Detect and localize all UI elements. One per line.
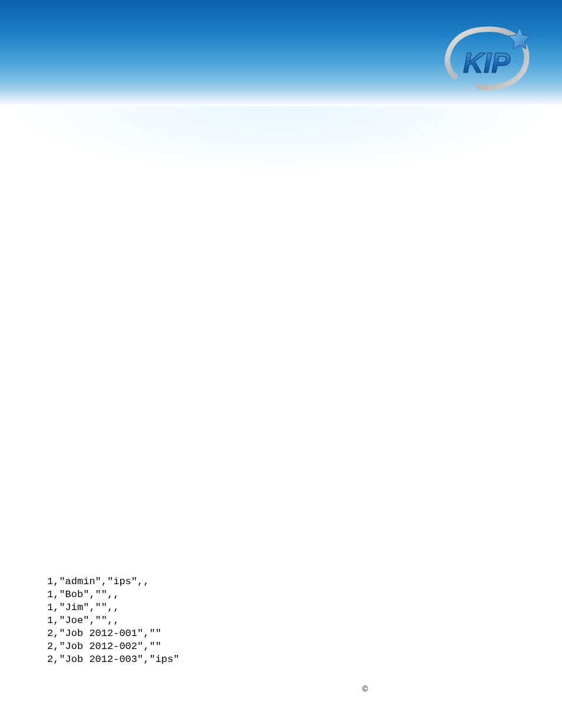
csv-data-block: 1,"admin","ips",, 1,"Bob","",, 1,"Jim","… [47,575,179,666]
svg-text:KIP: KIP [463,47,511,78]
copyright-symbol: © [362,684,368,693]
header-band: KIP [0,0,562,106]
data-line: 1,"Jim","",, [47,601,179,614]
data-line: 2,"Job 2012-002","" [47,640,179,653]
header-glow [0,106,562,177]
brand-logo: KIP [438,21,533,97]
data-line: 1,"Bob","",, [47,588,179,601]
data-line: 2,"Job 2012-001","" [47,627,179,640]
data-line: 2,"Job 2012-003","ips" [47,653,179,666]
kip-logo-icon: KIP [438,21,533,97]
data-line: 1,"admin","ips",, [47,575,179,588]
data-line: 1,"Joe","",, [47,614,179,627]
